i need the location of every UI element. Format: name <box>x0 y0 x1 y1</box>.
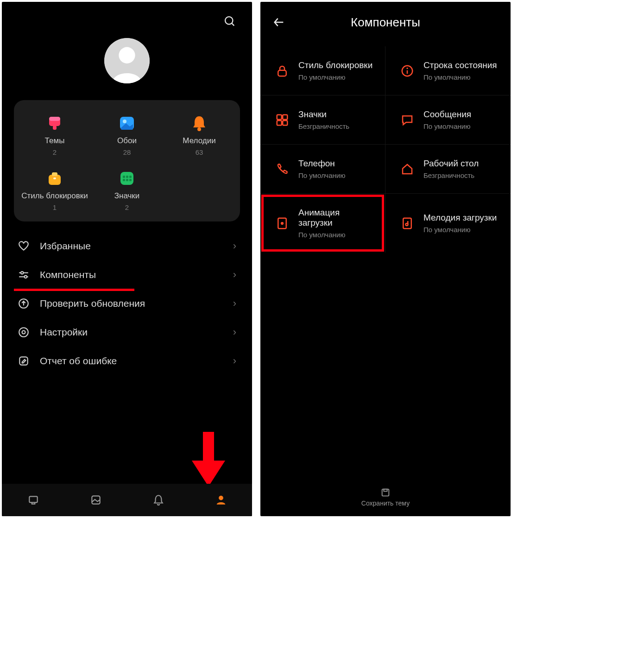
tile-count: 1 <box>53 203 57 211</box>
arrow-up-circle-icon <box>18 297 30 310</box>
svg-rect-11 <box>52 172 57 176</box>
menu-settings[interactable]: Настройки › <box>2 318 252 347</box>
tile-themes[interactable]: Темы 2 <box>19 113 91 156</box>
svg-point-8 <box>123 120 126 123</box>
component-title: Стиль блокировки <box>298 60 373 70</box>
svg-rect-13 <box>120 172 133 185</box>
menu-label: Настройки <box>40 327 223 338</box>
nav-ringtones[interactable] <box>152 493 165 507</box>
tile-lockstyle[interactable]: Стиль блокировки 1 <box>19 168 91 211</box>
svg-rect-6 <box>49 117 60 121</box>
component-sub: По умолчанию <box>298 231 376 239</box>
svg-point-34 <box>406 67 408 69</box>
save-label: Сохранить тему <box>361 500 410 507</box>
svg-rect-17 <box>123 179 125 181</box>
theme-icon <box>44 113 65 133</box>
grid-icon <box>274 112 290 128</box>
svg-rect-16 <box>129 176 132 178</box>
menu-favorites[interactable]: Избранные › <box>2 232 252 260</box>
component-sub: Безграничность <box>298 122 349 130</box>
component-statusbar[interactable]: Строка состояния По умолчанию <box>385 46 511 95</box>
component-phone[interactable]: Телефон По умолчанию <box>260 144 385 193</box>
save-theme-button[interactable]: Сохранить тему <box>260 478 511 516</box>
svg-rect-14 <box>123 176 125 178</box>
component-sub: По умолчанию <box>423 122 471 130</box>
stats-card: Темы 2 Обои 28 Мелодии 63 <box>14 100 240 221</box>
top-bar <box>2 2 252 30</box>
nav-themes[interactable] <box>26 493 40 507</box>
svg-rect-37 <box>277 120 282 125</box>
save-icon <box>380 487 391 498</box>
chevron-right-icon: › <box>233 269 236 281</box>
svg-rect-44 <box>384 489 387 492</box>
svg-point-26 <box>22 331 25 334</box>
svg-rect-12 <box>53 177 56 179</box>
nav-profile[interactable] <box>214 493 228 507</box>
svg-point-30 <box>219 496 223 500</box>
lock-icon <box>274 63 290 79</box>
nav-wallpapers[interactable] <box>89 493 103 507</box>
tile-label: Обои <box>117 136 137 145</box>
svg-point-40 <box>281 221 284 224</box>
annotation-arrow-icon <box>190 432 227 487</box>
search-icon <box>223 15 236 28</box>
component-boot-animation[interactable]: Анимация загрузки По умолчанию <box>260 193 385 253</box>
component-title: Сообщения <box>423 109 471 120</box>
svg-point-23 <box>25 276 27 278</box>
target-icon <box>18 326 30 338</box>
svg-rect-18 <box>126 179 128 181</box>
component-messages[interactable]: Сообщения По умолчанию <box>385 95 511 144</box>
tile-label: Значки <box>114 191 140 201</box>
chevron-right-icon: › <box>233 297 236 310</box>
tile-wallpapers[interactable]: Обои 28 <box>91 113 163 156</box>
icons-icon <box>117 168 137 189</box>
avatar[interactable] <box>104 38 150 83</box>
svg-point-25 <box>19 328 28 337</box>
svg-point-9 <box>197 127 201 131</box>
menu-bugreport[interactable]: Отчет об ошибке › <box>2 347 252 375</box>
tile-label: Стиль блокировки <box>21 191 88 201</box>
wallpaper-icon <box>117 113 137 133</box>
bell-icon <box>189 113 209 133</box>
svg-point-42 <box>406 223 408 226</box>
menu-label: Избранные <box>40 240 223 252</box>
svg-point-3 <box>119 47 135 63</box>
component-homescreen[interactable]: Рабочий стол Безграничность <box>385 144 511 193</box>
svg-point-21 <box>21 272 23 274</box>
animation-icon <box>274 215 290 231</box>
component-lockstyle[interactable]: Стиль блокировки По умолчанию <box>260 46 385 95</box>
menu-label: Отчет об ошибке <box>40 355 223 367</box>
info-icon <box>399 63 415 79</box>
person-icon <box>104 38 150 83</box>
chevron-right-icon: › <box>233 240 236 252</box>
component-boot-sound[interactable]: Мелодия загрузки По умолчанию <box>385 193 511 253</box>
component-title: Рабочий стол <box>423 158 479 169</box>
chat-icon <box>399 112 415 128</box>
heart-icon <box>18 240 30 252</box>
component-sub: По умолчанию <box>423 226 497 234</box>
svg-rect-19 <box>129 179 132 181</box>
components-screen: Компоненты Стиль блокировки По умолчанию… <box>260 2 511 516</box>
tile-icons[interactable]: Значки 2 <box>91 168 163 211</box>
components-grid: Стиль блокировки По умолчанию Строка сос… <box>260 46 511 253</box>
component-icons[interactable]: Значки Безграничность <box>260 95 385 144</box>
title-bar: Компоненты <box>260 2 511 34</box>
menu-updates[interactable]: Проверить обновления › <box>2 289 252 318</box>
svg-rect-38 <box>283 120 287 125</box>
tile-count: 2 <box>125 203 129 211</box>
tile-ringtones[interactable]: Мелодии 63 <box>163 113 235 156</box>
svg-rect-31 <box>278 70 286 76</box>
menu-components[interactable]: Компоненты › <box>2 260 252 289</box>
component-sub: По умолчанию <box>423 73 497 81</box>
bag-icon <box>44 168 65 189</box>
component-title: Значки <box>298 109 349 120</box>
svg-rect-10 <box>49 175 61 185</box>
edit-icon <box>18 355 30 367</box>
svg-rect-28 <box>29 496 37 502</box>
chevron-right-icon: › <box>233 326 236 338</box>
bottom-nav <box>2 484 252 516</box>
component-title: Анимация загрузки <box>298 208 376 228</box>
svg-line-1 <box>232 23 234 25</box>
search-button[interactable] <box>221 13 238 30</box>
tile-label: Мелодии <box>183 136 215 145</box>
